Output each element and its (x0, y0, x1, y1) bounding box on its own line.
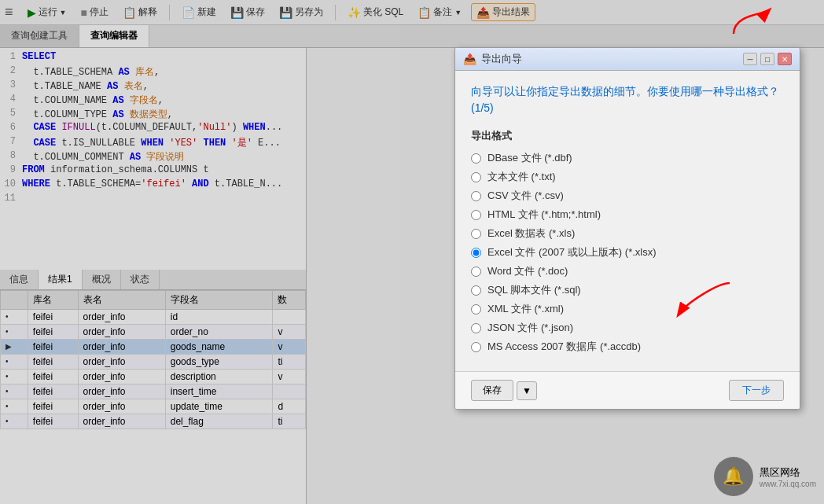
label-xml: XML 文件 (*.xml) (487, 302, 564, 316)
dialog-title-icon: 📤 (463, 53, 476, 65)
radio-html[interactable] (471, 210, 481, 220)
dialog-question: 向导可以让你指定导出数据的细节。你要使用哪一种导出格式？(1/5) (471, 83, 784, 116)
label-dbf: DBase 文件 (*.dbf) (487, 151, 572, 165)
format-options: DBase 文件 (*.dbf)文本文件 (*.txt)CSV 文件 (*.cs… (471, 151, 784, 354)
arrow-middle (671, 279, 734, 318)
dialog-title-label: 导出向导 (481, 52, 522, 66)
label-sql: SQL 脚本文件 (*.sql) (487, 283, 581, 297)
export-dialog: 📤 导出向导 ─ □ ✕ 向导可以让你指定导出数据的细节。你要使用哪一种导出格式… (454, 47, 800, 410)
radio-json[interactable] (471, 323, 481, 333)
format-option-xlsx[interactable]: Excel 文件 (2007 或以上版本) (*.xlsx) (471, 245, 784, 259)
label-xls: Excel 数据表 (*.xls) (487, 226, 575, 241)
format-option-sql[interactable]: SQL 脚本文件 (*.sql) (471, 283, 784, 297)
radio-xml[interactable] (471, 304, 481, 315)
dialog-controls: ─ □ ✕ (743, 53, 792, 65)
format-option-xml[interactable]: XML 文件 (*.xml) (471, 302, 784, 316)
format-option-txt[interactable]: 文本文件 (*.txt) (471, 170, 784, 184)
radio-sql[interactable] (471, 285, 481, 296)
radio-accdb[interactable] (471, 342, 481, 352)
label-json: JSON 文件 (*.json) (487, 321, 573, 335)
radio-csv[interactable] (471, 191, 481, 201)
label-txt: 文本文件 (*.txt) (487, 170, 556, 184)
label-accdb: MS Access 2007 数据库 (*.accdb) (487, 340, 641, 354)
footer-left: 保存 ▼ (471, 380, 537, 401)
dialog-title-bar: 📤 导出向导 ─ □ ✕ (455, 48, 800, 71)
format-option-dbf[interactable]: DBase 文件 (*.dbf) (471, 151, 784, 165)
label-doc: Word 文件 (*.doc) (487, 264, 568, 278)
dialog-minimize-btn[interactable]: ─ (743, 53, 757, 65)
arrow-top (722, 6, 777, 38)
radio-dbf[interactable] (471, 153, 481, 164)
format-option-xls[interactable]: Excel 数据表 (*.xls) (471, 226, 784, 241)
format-option-doc[interactable]: Word 文件 (*.doc) (471, 264, 784, 278)
dialog-close-btn[interactable]: ✕ (778, 53, 792, 65)
radio-doc[interactable] (471, 267, 481, 277)
format-option-html[interactable]: HTML 文件 (*.htm;*.html) (471, 208, 784, 222)
footer-next-btn[interactable]: 下一步 (729, 380, 784, 401)
format-option-csv[interactable]: CSV 文件 (*.csv) (471, 189, 784, 203)
dialog-body: 向导可以让你指定导出数据的细节。你要使用哪一种导出格式？(1/5) 导出格式 D… (455, 71, 800, 371)
label-xlsx: Excel 文件 (2007 或以上版本) (*.xlsx) (487, 245, 657, 259)
format-section-title: 导出格式 (471, 129, 784, 143)
radio-txt[interactable] (471, 172, 481, 182)
radio-xlsx[interactable] (471, 248, 481, 258)
label-csv: CSV 文件 (*.csv) (487, 189, 564, 203)
footer-right: 下一步 (729, 380, 784, 401)
dialog-footer: 保存 ▼ 下一步 (455, 371, 800, 409)
footer-dropdown-btn[interactable]: ▼ (517, 381, 537, 400)
format-option-json[interactable]: JSON 文件 (*.json) (471, 321, 784, 335)
label-html: HTML 文件 (*.htm;*.html) (487, 208, 601, 222)
dialog-title-text: 📤 导出向导 (463, 52, 522, 66)
radio-xls[interactable] (471, 229, 481, 239)
dialog-maximize-btn[interactable]: □ (760, 53, 774, 65)
format-option-accdb[interactable]: MS Access 2007 数据库 (*.accdb) (471, 340, 784, 354)
footer-save-btn[interactable]: 保存 (471, 380, 513, 401)
dialog-overlay: 📤 导出向导 ─ □ ✕ 向导可以让你指定导出数据的细节。你要使用哪一种导出格式… (0, 0, 824, 504)
